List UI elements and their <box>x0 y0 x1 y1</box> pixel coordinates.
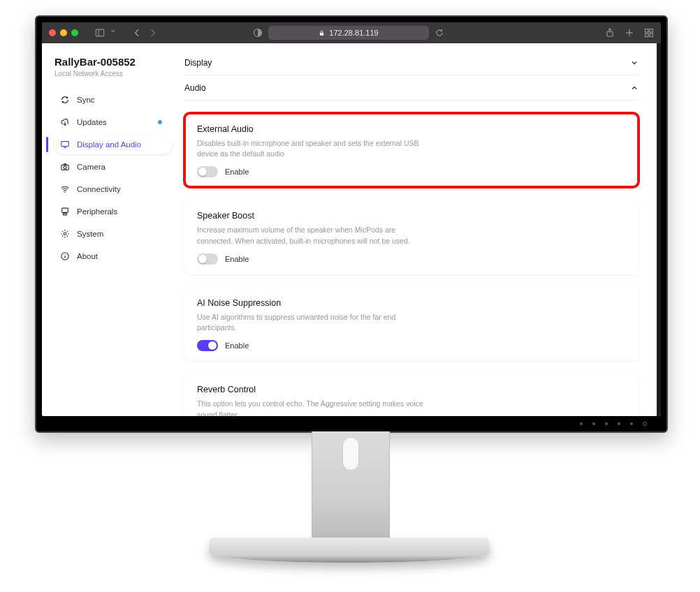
card-reverb: Reverb Control This option lets you cont… <box>184 373 639 416</box>
sidebar-item-label: Connectivity <box>77 185 121 193</box>
sidebar-item-about[interactable]: About <box>54 246 172 266</box>
address-text: 172.28.81.119 <box>329 29 378 37</box>
svg-rect-0 <box>96 29 103 36</box>
toggle-label: Enable <box>225 255 249 263</box>
screen: 172.28.81.119 Rally <box>42 22 661 416</box>
svg-rect-16 <box>62 208 68 212</box>
sidebar-item-label: About <box>77 252 98 260</box>
card-speaker-boost: Speaker Boost Increase maximum volume of… <box>184 200 639 274</box>
peripherals-icon <box>60 207 70 216</box>
sidebar: RallyBar-005852 Local Network Access Syn… <box>42 43 179 416</box>
sidebar-item-label: Sync <box>77 96 95 104</box>
sidebar-item-label: Display and Audio <box>77 140 141 149</box>
card-ai-noise: AI Noise Suppression Use AI algorithms t… <box>184 287 639 361</box>
sidebar-item-label: Updates <box>77 118 107 126</box>
svg-point-14 <box>64 166 66 169</box>
ai-noise-toggle[interactable] <box>197 340 218 351</box>
sidebar-item-connectivity[interactable]: Connectivity <box>54 179 172 199</box>
chevron-down-icon <box>630 59 639 67</box>
card-desc: Disables built-in microphone and speaker… <box>197 138 428 159</box>
svg-point-21 <box>64 254 65 255</box>
section-label: Audio <box>184 83 206 93</box>
card-external-audio: External Audio Disables built-in microph… <box>184 113 639 187</box>
chevron-up-icon <box>630 84 639 92</box>
back-button[interactable] <box>133 28 143 38</box>
monitor-bezel <box>42 419 661 429</box>
external-audio-toggle[interactable] <box>197 166 218 177</box>
svg-rect-9 <box>646 34 649 37</box>
svg-rect-17 <box>63 214 66 215</box>
card-title: External Audio <box>197 124 626 134</box>
monitor-button <box>618 422 620 425</box>
card-title: Reverb Control <box>197 385 626 394</box>
browser-titlebar: 172.28.81.119 <box>42 22 661 43</box>
camera-icon <box>60 162 70 172</box>
sync-icon <box>60 95 70 105</box>
info-icon <box>60 251 70 261</box>
sidebar-item-peripherals[interactable]: Peripherals <box>54 202 172 221</box>
monitor-stand-slot <box>342 437 359 471</box>
lock-icon <box>319 30 325 36</box>
monitor-stand-base <box>210 538 489 563</box>
fullscreen-window-button[interactable] <box>71 29 78 36</box>
chevron-down-icon[interactable] <box>110 28 116 38</box>
toggle-label: Enable <box>225 341 249 350</box>
svg-point-18 <box>64 232 66 235</box>
gear-icon <box>60 229 70 239</box>
sidebar-item-label: Peripherals <box>77 207 117 216</box>
card-desc: Increase maximum volume of the speaker w… <box>197 225 428 246</box>
device-subtitle: Local Network Access <box>54 70 172 77</box>
section-display[interactable]: Display <box>184 50 639 75</box>
card-title: AI Noise Suppression <box>197 298 626 308</box>
card-title: Speaker Boost <box>197 211 626 221</box>
sidebar-item-system[interactable]: System <box>54 224 172 244</box>
svg-rect-11 <box>61 142 69 147</box>
monitor-icon <box>60 140 70 149</box>
reload-icon[interactable] <box>435 28 444 38</box>
sidebar-nav: Sync Updates Display and Audio <box>54 90 172 266</box>
sidebar-item-label: System <box>77 230 103 238</box>
address-bar[interactable]: 172.28.81.119 <box>268 26 429 40</box>
svg-rect-8 <box>650 29 653 33</box>
share-icon[interactable] <box>605 28 615 38</box>
monitor-power-button <box>643 422 647 426</box>
window-controls <box>49 29 78 36</box>
sidebar-item-label: Camera <box>77 163 105 171</box>
card-desc: Use AI algorithms to suppress unwanted n… <box>197 312 428 333</box>
app-content: RallyBar-005852 Local Network Access Syn… <box>42 43 661 416</box>
card-desc: This option lets you control echo. The A… <box>197 399 428 416</box>
monitor-button <box>630 422 633 425</box>
scrollbar[interactable] <box>657 43 661 416</box>
svg-point-15 <box>64 192 65 193</box>
sidebar-toggle-icon[interactable] <box>95 28 105 38</box>
sidebar-item-sync[interactable]: Sync <box>54 90 172 110</box>
main-panel: Display Audio External Audio Disables bu… <box>179 43 661 416</box>
monitor-frame: 172.28.81.119 Rally <box>35 15 668 433</box>
new-tab-icon[interactable] <box>625 28 634 38</box>
monitor-button <box>605 422 608 425</box>
forward-button[interactable] <box>148 28 158 38</box>
shield-icon[interactable] <box>253 28 263 38</box>
speaker-boost-toggle[interactable] <box>197 253 218 265</box>
sidebar-item-updates[interactable]: Updates <box>54 112 172 132</box>
sidebar-item-display-audio[interactable]: Display and Audio <box>54 135 172 154</box>
update-badge <box>158 120 162 124</box>
monitor-button <box>592 422 595 425</box>
close-window-button[interactable] <box>49 29 56 36</box>
svg-rect-3 <box>320 32 323 35</box>
section-label: Display <box>184 58 212 68</box>
tabs-overview-icon[interactable] <box>644 28 654 38</box>
device-title: RallyBar-005852 <box>54 56 172 68</box>
cloud-download-icon <box>60 117 70 127</box>
minimize-window-button[interactable] <box>60 29 67 36</box>
sidebar-item-camera[interactable]: Camera <box>54 157 172 177</box>
svg-rect-7 <box>646 29 649 33</box>
wifi-icon <box>60 184 70 194</box>
svg-rect-10 <box>650 34 653 37</box>
monitor-button <box>580 422 583 425</box>
section-audio[interactable]: Audio <box>184 75 639 101</box>
toggle-label: Enable <box>225 168 249 176</box>
